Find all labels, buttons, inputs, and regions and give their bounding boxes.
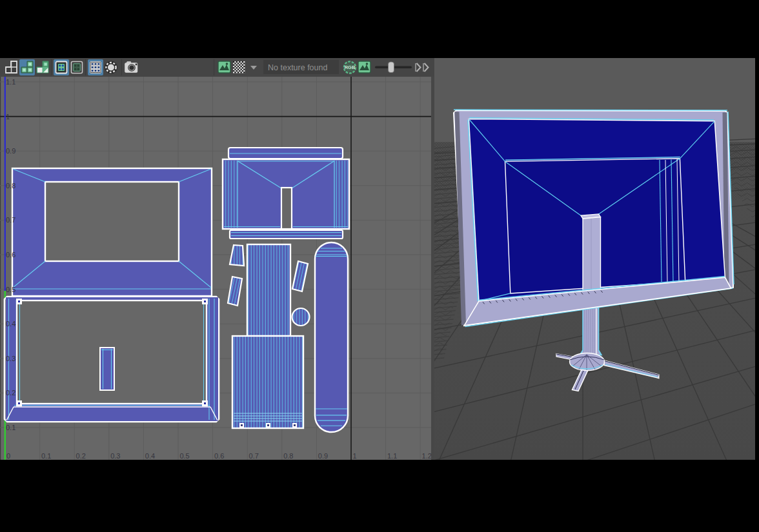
svg-text:0.9: 0.9 (318, 452, 328, 460)
svg-text:0.4: 0.4 (145, 452, 155, 460)
svg-text:0.2: 0.2 (6, 389, 15, 397)
svg-text:0.9: 0.9 (6, 147, 15, 155)
svg-text:1.2: 1.2 (422, 452, 432, 460)
svg-text:0.8: 0.8 (6, 182, 15, 190)
svg-text:0.1: 0.1 (41, 452, 51, 460)
svg-text:1: 1 (352, 452, 356, 460)
svg-text:1.1: 1.1 (387, 452, 397, 460)
svg-text:0.8: 0.8 (283, 452, 293, 460)
svg-text:0.7: 0.7 (6, 216, 15, 224)
svg-text:1: 1 (6, 113, 10, 121)
svg-text:1.1: 1.1 (6, 78, 15, 86)
svg-text:0: 0 (6, 452, 10, 460)
svg-text:0.1: 0.1 (6, 424, 15, 431)
svg-text:0.2: 0.2 (76, 452, 86, 460)
svg-text:RGB: RGB (345, 64, 356, 70)
svg-text:0.5: 0.5 (179, 452, 189, 460)
svg-text:0.3: 0.3 (6, 355, 15, 362)
svg-text:0.6: 0.6 (6, 251, 15, 259)
svg-text:0.3: 0.3 (110, 452, 120, 460)
svg-text:0.5: 0.5 (6, 286, 15, 293)
svg-text:No texture found: No texture found (268, 63, 327, 72)
svg-text:0.7: 0.7 (249, 452, 259, 460)
svg-text:0.4: 0.4 (6, 320, 15, 328)
svg-text:0.6: 0.6 (214, 452, 224, 460)
